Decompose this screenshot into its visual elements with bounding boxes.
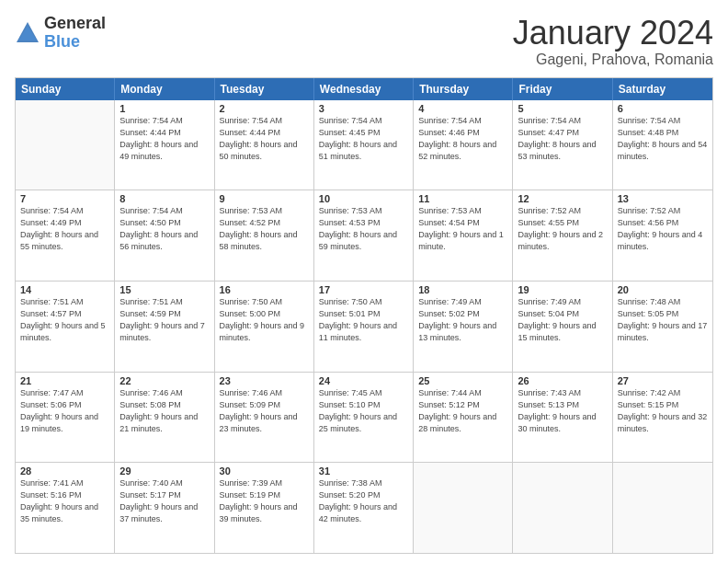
cell-info: Sunrise: 7:48 AM Sunset: 5:05 PM Dayligh… xyxy=(618,296,708,344)
cell-info: Sunrise: 7:39 AM Sunset: 5:19 PM Dayligh… xyxy=(220,477,309,525)
calendar-row-2: 14Sunrise: 7:51 AM Sunset: 4:57 PM Dayli… xyxy=(16,281,712,372)
cell-info: Sunrise: 7:54 AM Sunset: 4:49 PM Dayligh… xyxy=(20,205,109,253)
header-day-monday: Monday xyxy=(115,78,214,100)
cell-info: Sunrise: 7:54 AM Sunset: 4:50 PM Dayligh… xyxy=(119,205,209,253)
logo-line2: Blue xyxy=(44,33,106,52)
calendar-cell xyxy=(16,100,115,190)
cell-info: Sunrise: 7:53 AM Sunset: 4:53 PM Dayligh… xyxy=(319,205,408,253)
cell-info: Sunrise: 7:49 AM Sunset: 5:04 PM Dayligh… xyxy=(518,296,607,344)
header-day-friday: Friday xyxy=(513,78,612,100)
day-number: 12 xyxy=(518,193,607,204)
day-number: 29 xyxy=(119,465,209,477)
day-number: 13 xyxy=(618,193,708,204)
day-number: 19 xyxy=(518,284,607,295)
calendar-cell: 14Sunrise: 7:51 AM Sunset: 4:57 PM Dayli… xyxy=(16,282,115,372)
calendar-cell xyxy=(613,463,712,553)
calendar-cell: 27Sunrise: 7:42 AM Sunset: 5:15 PM Dayli… xyxy=(613,373,712,463)
calendar-cell: 2Sunrise: 7:54 AM Sunset: 4:44 PM Daylig… xyxy=(215,100,314,190)
day-number: 24 xyxy=(319,375,408,386)
day-number: 5 xyxy=(518,103,607,114)
cell-info: Sunrise: 7:54 AM Sunset: 4:45 PM Dayligh… xyxy=(319,115,408,163)
cell-info: Sunrise: 7:41 AM Sunset: 5:16 PM Dayligh… xyxy=(20,477,109,525)
calendar-body: 1Sunrise: 7:54 AM Sunset: 4:44 PM Daylig… xyxy=(16,100,712,553)
location: Gageni, Prahova, Romania xyxy=(513,52,713,68)
calendar: SundayMondayTuesdayWednesdayThursdayFrid… xyxy=(15,77,713,554)
logo-line1: General xyxy=(44,15,106,33)
title-area: January 2024 Gageni, Prahova, Romania xyxy=(513,15,713,68)
calendar-cell: 26Sunrise: 7:43 AM Sunset: 5:13 PM Dayli… xyxy=(513,373,612,463)
cell-info: Sunrise: 7:54 AM Sunset: 4:44 PM Dayligh… xyxy=(220,115,309,163)
calendar-cell: 28Sunrise: 7:41 AM Sunset: 5:16 PM Dayli… xyxy=(16,463,115,553)
day-number: 27 xyxy=(618,375,708,386)
calendar-cell: 11Sunrise: 7:53 AM Sunset: 4:54 PM Dayli… xyxy=(414,190,513,281)
header: General Blue January 2024 Gageni, Prahov… xyxy=(15,15,713,68)
header-day-wednesday: Wednesday xyxy=(314,78,414,100)
header-day-thursday: Thursday xyxy=(414,78,513,100)
logo-icon xyxy=(15,20,40,46)
header-day-tuesday: Tuesday xyxy=(215,78,314,100)
day-number: 25 xyxy=(418,375,507,386)
day-number: 3 xyxy=(319,103,408,114)
cell-info: Sunrise: 7:54 AM Sunset: 4:48 PM Dayligh… xyxy=(618,115,708,163)
calendar-cell: 12Sunrise: 7:52 AM Sunset: 4:55 PM Dayli… xyxy=(513,190,612,281)
calendar-row-4: 28Sunrise: 7:41 AM Sunset: 5:16 PM Dayli… xyxy=(16,462,712,553)
calendar-cell: 6Sunrise: 7:54 AM Sunset: 4:48 PM Daylig… xyxy=(613,100,712,190)
cell-info: Sunrise: 7:45 AM Sunset: 5:10 PM Dayligh… xyxy=(319,387,408,435)
calendar-cell: 4Sunrise: 7:54 AM Sunset: 4:46 PM Daylig… xyxy=(414,100,513,190)
day-number: 31 xyxy=(319,465,408,477)
calendar-cell: 20Sunrise: 7:48 AM Sunset: 5:05 PM Dayli… xyxy=(613,282,712,372)
calendar-cell: 29Sunrise: 7:40 AM Sunset: 5:17 PM Dayli… xyxy=(115,463,214,553)
calendar-cell xyxy=(414,463,513,553)
calendar-cell: 9Sunrise: 7:53 AM Sunset: 4:52 PM Daylig… xyxy=(215,190,314,281)
svg-marker-1 xyxy=(18,26,37,40)
calendar-cell: 30Sunrise: 7:39 AM Sunset: 5:19 PM Dayli… xyxy=(215,463,314,553)
cell-info: Sunrise: 7:38 AM Sunset: 5:20 PM Dayligh… xyxy=(319,477,408,525)
day-number: 4 xyxy=(418,103,507,114)
cell-info: Sunrise: 7:51 AM Sunset: 4:59 PM Dayligh… xyxy=(119,296,209,344)
calendar-cell: 3Sunrise: 7:54 AM Sunset: 4:45 PM Daylig… xyxy=(314,100,414,190)
header-day-sunday: Sunday xyxy=(16,78,115,100)
day-number: 15 xyxy=(119,284,209,295)
cell-info: Sunrise: 7:42 AM Sunset: 5:15 PM Dayligh… xyxy=(618,387,708,435)
day-number: 23 xyxy=(220,375,309,386)
day-number: 28 xyxy=(20,465,109,477)
calendar-cell: 5Sunrise: 7:54 AM Sunset: 4:47 PM Daylig… xyxy=(513,100,612,190)
calendar-cell: 25Sunrise: 7:44 AM Sunset: 5:12 PM Dayli… xyxy=(414,373,513,463)
day-number: 8 xyxy=(119,193,209,204)
day-number: 1 xyxy=(119,103,209,114)
cell-info: Sunrise: 7:44 AM Sunset: 5:12 PM Dayligh… xyxy=(418,387,507,435)
logo-text: General Blue xyxy=(44,15,106,52)
calendar-cell: 7Sunrise: 7:54 AM Sunset: 4:49 PM Daylig… xyxy=(16,190,115,281)
calendar-cell: 23Sunrise: 7:46 AM Sunset: 5:09 PM Dayli… xyxy=(215,373,314,463)
cell-info: Sunrise: 7:46 AM Sunset: 5:08 PM Dayligh… xyxy=(119,387,209,435)
day-number: 26 xyxy=(518,375,607,386)
cell-info: Sunrise: 7:53 AM Sunset: 4:52 PM Dayligh… xyxy=(220,205,309,253)
calendar-cell xyxy=(513,463,612,553)
cell-info: Sunrise: 7:47 AM Sunset: 5:06 PM Dayligh… xyxy=(20,387,109,435)
calendar-cell: 21Sunrise: 7:47 AM Sunset: 5:06 PM Dayli… xyxy=(16,373,115,463)
day-number: 16 xyxy=(220,284,309,295)
day-number: 6 xyxy=(618,103,708,114)
page: General Blue January 2024 Gageni, Prahov… xyxy=(0,0,728,563)
calendar-cell: 18Sunrise: 7:49 AM Sunset: 5:02 PM Dayli… xyxy=(414,282,513,372)
calendar-row-1: 7Sunrise: 7:54 AM Sunset: 4:49 PM Daylig… xyxy=(16,190,712,281)
cell-info: Sunrise: 7:52 AM Sunset: 4:56 PM Dayligh… xyxy=(618,205,708,253)
month-title: January 2024 xyxy=(513,15,713,52)
calendar-cell: 31Sunrise: 7:38 AM Sunset: 5:20 PM Dayli… xyxy=(314,463,414,553)
calendar-row-3: 21Sunrise: 7:47 AM Sunset: 5:06 PM Dayli… xyxy=(16,372,712,463)
day-number: 7 xyxy=(20,193,109,204)
day-number: 22 xyxy=(119,375,209,386)
day-number: 21 xyxy=(20,375,109,386)
cell-info: Sunrise: 7:46 AM Sunset: 5:09 PM Dayligh… xyxy=(220,387,309,435)
calendar-header: SundayMondayTuesdayWednesdayThursdayFrid… xyxy=(16,78,712,100)
cell-info: Sunrise: 7:51 AM Sunset: 4:57 PM Dayligh… xyxy=(20,296,109,344)
day-number: 20 xyxy=(618,284,708,295)
calendar-cell: 15Sunrise: 7:51 AM Sunset: 4:59 PM Dayli… xyxy=(115,282,214,372)
calendar-cell: 22Sunrise: 7:46 AM Sunset: 5:08 PM Dayli… xyxy=(115,373,214,463)
cell-info: Sunrise: 7:54 AM Sunset: 4:46 PM Dayligh… xyxy=(418,115,507,163)
cell-info: Sunrise: 7:52 AM Sunset: 4:55 PM Dayligh… xyxy=(518,205,607,253)
day-number: 2 xyxy=(220,103,309,114)
day-number: 10 xyxy=(319,193,408,204)
day-number: 14 xyxy=(20,284,109,295)
cell-info: Sunrise: 7:50 AM Sunset: 5:00 PM Dayligh… xyxy=(220,296,309,344)
